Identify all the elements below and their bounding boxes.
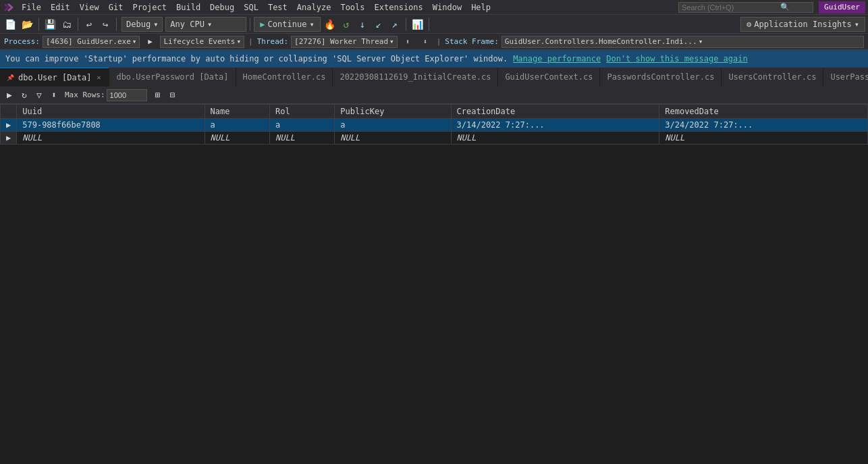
cell-uuid-1[interactable]: NULL	[17, 132, 205, 145]
lifecycle-label: Lifecycle Events	[163, 37, 235, 46]
cell-rol-1[interactable]: NULL	[269, 132, 334, 145]
tab-dbo-user[interactable]: 📌 dbo.User [Data] ✕	[0, 68, 109, 86]
refresh-btn[interactable]: ↻	[18, 88, 31, 102]
thread-dropdown[interactable]: [27276] Worker Thread ▾	[291, 36, 398, 48]
debug-config-dropdown[interactable]: Debug ▾	[121, 17, 163, 32]
notification-bar: You can improve 'Startup' performance by…	[0, 50, 868, 68]
table-row[interactable]: ▶ 579-988f66be7808 a a a 3/14/2022 7:27:…	[1, 119, 868, 132]
cpu-config-arrow: ▾	[207, 20, 212, 29]
thread-label: Thread:	[257, 37, 288, 46]
cell-uuid-0[interactable]: 579-988f66be7808	[17, 119, 205, 132]
menu-tools[interactable]: Tools	[336, 1, 369, 14]
cell-publickey-0[interactable]: a	[335, 119, 451, 132]
cell-removeddate-1[interactable]: NULL	[659, 132, 868, 145]
search-box[interactable]: 🔍	[678, 2, 813, 13]
step-in-btn[interactable]: ↙	[371, 17, 386, 32]
cell-creationdate-1[interactable]: NULL	[451, 132, 659, 145]
menu-analyze[interactable]: Analyze	[293, 1, 335, 14]
menu-file[interactable]: File	[18, 1, 45, 14]
tab-dbo-user-password[interactable]: dbo.UserPassword [Data]	[109, 68, 236, 86]
sep6	[429, 18, 429, 31]
execute-query-btn[interactable]: ▶	[3, 88, 16, 102]
continue-label: Continue	[268, 20, 307, 29]
search-input[interactable]	[679, 3, 780, 11]
cell-removeddate-0[interactable]: 3/24/2022 7:27:...	[659, 119, 868, 132]
restart-btn[interactable]: ↺	[339, 17, 354, 32]
process-dropdown[interactable]: [4636] GuidUser.exe ▾	[43, 36, 140, 48]
open-btn[interactable]: 📂	[20, 17, 35, 32]
col-header-creationdate[interactable]: CreationDate	[451, 105, 659, 119]
step-out-btn[interactable]: ↗	[387, 17, 402, 32]
undo-btn[interactable]: ↩	[82, 17, 97, 32]
stack-frame-dropdown[interactable]: GuidUser.Controllers.HomeController.Indi…	[501, 36, 864, 48]
filter-btn[interactable]: ▽	[32, 88, 46, 102]
lifecycle-btn[interactable]: ▶	[142, 34, 157, 49]
tab-dbo-user-label: dbo.User [Data]	[18, 73, 91, 82]
thread-value: [27276] Worker Thread	[294, 37, 388, 46]
manage-performance-link[interactable]: Manage performance	[513, 54, 601, 63]
new-file-btn[interactable]: 📄	[3, 17, 18, 32]
user-badge[interactable]: GuidUser	[819, 1, 865, 14]
tab-home-controller-label: HomeController.cs	[243, 72, 326, 82]
menu-test[interactable]: Test	[264, 1, 292, 14]
tab-user-passwords-controller[interactable]: UserPasswordsController.cs	[823, 68, 868, 86]
tab-initial-create[interactable]: 20220308112619_InitialCreate.cs	[333, 68, 498, 86]
tab-dbo-user-close[interactable]: ✕	[95, 73, 102, 82]
col-header-indicator	[1, 105, 17, 119]
menu-view[interactable]: View	[76, 1, 103, 14]
menu-window[interactable]: Window	[429, 1, 466, 14]
step-over-btn[interactable]: ↓	[355, 17, 370, 32]
vs-logo	[3, 1, 15, 14]
redo-btn[interactable]: ↪	[98, 17, 113, 32]
cell-creationdate-0[interactable]: 3/14/2022 7:27:...	[451, 119, 659, 132]
dismiss-notif-link[interactable]: Don't show this message again	[606, 54, 748, 63]
col-header-publickey[interactable]: PublicKey	[335, 105, 451, 119]
cpu-config-dropdown[interactable]: Any CPU ▾	[165, 17, 246, 32]
diagnostics-btn[interactable]: 📊	[410, 17, 425, 32]
menu-help[interactable]: Help	[467, 1, 495, 14]
menu-project[interactable]: Project	[128, 1, 171, 14]
delete-row-btn[interactable]: ⊟	[166, 88, 180, 102]
max-rows-input[interactable]	[107, 89, 147, 101]
sep1	[38, 18, 39, 31]
menu-edit[interactable]: Edit	[47, 1, 74, 14]
lifecycle-dropdown[interactable]: Lifecycle Events ▾	[160, 36, 244, 48]
save-all-btn[interactable]: 🗂	[59, 17, 74, 32]
menu-debug[interactable]: Debug	[206, 1, 238, 14]
grid-table: Uuid Name Rol PublicKey CreationDate Rem…	[0, 104, 868, 145]
menu-extensions[interactable]: Extensions	[371, 1, 427, 14]
data-toolbar: ▶ ↻ ▽ ⬍ Max Rows: ⊞ ⊟	[0, 86, 868, 104]
menu-git[interactable]: Git	[105, 1, 128, 14]
menu-build[interactable]: Build	[172, 1, 205, 14]
col-header-rol[interactable]: Rol	[269, 105, 334, 119]
max-rows-label: Max Rows:	[65, 91, 105, 99]
lifecycle-arrow: ▾	[236, 37, 241, 46]
cell-name-1[interactable]: NULL	[205, 132, 269, 145]
menu-sql[interactable]: SQL	[240, 1, 263, 14]
tab-passwords-controller[interactable]: PasswordsController.cs	[600, 68, 722, 86]
tab-home-controller[interactable]: HomeController.cs	[236, 68, 333, 86]
app-insights-button[interactable]: ⚙ Application Insights ▾	[740, 17, 865, 32]
new-row-btn[interactable]: ⊞	[151, 88, 165, 102]
col-header-removeddate[interactable]: RemovedDate	[659, 105, 868, 119]
table-row[interactable]: ▶ NULL NULL NULL NULL NULL NULL	[1, 132, 868, 145]
tab-guid-user-context[interactable]: GuidUserContext.cs	[498, 68, 600, 86]
continue-arrow: ▾	[309, 20, 314, 29]
tab-users-controller[interactable]: UsersController.cs	[722, 68, 823, 86]
hot-reload-btn[interactable]: 🔥	[322, 17, 337, 32]
thread-nav2[interactable]: ⬇	[418, 34, 433, 49]
thread-nav1[interactable]: ⬆	[400, 34, 415, 49]
cell-name-0[interactable]: a	[205, 119, 269, 132]
tab-guid-user-context-label: GuidUserContext.cs	[505, 72, 593, 82]
cell-publickey-1[interactable]: NULL	[335, 132, 451, 145]
toolbar2-debug: Process: [4636] GuidUser.exe ▾ ▶ Lifecyc…	[0, 34, 868, 50]
notif-message: You can improve 'Startup' performance by…	[5, 54, 508, 63]
menu-bar: File Edit View Git Project Build Debug S…	[0, 0, 868, 15]
col-header-uuid[interactable]: Uuid	[17, 105, 205, 119]
sort-btn[interactable]: ⬍	[47, 88, 61, 102]
col-header-name[interactable]: Name	[205, 105, 269, 119]
continue-button[interactable]: ▶ Continue ▾	[254, 17, 320, 32]
tab-user-passwords-controller-label: UserPasswordsController.cs	[830, 72, 868, 82]
cell-rol-0[interactable]: a	[269, 119, 334, 132]
save-btn[interactable]: 💾	[43, 17, 58, 32]
